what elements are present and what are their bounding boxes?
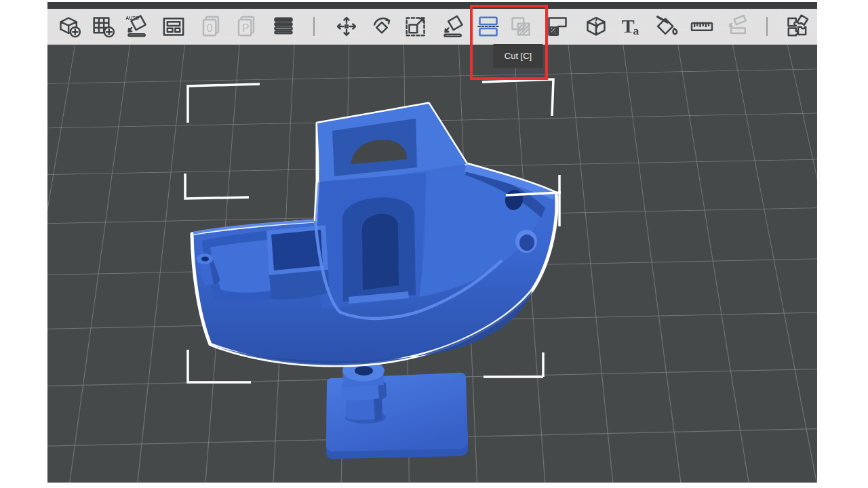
- selected-model-benchy[interactable]: [192, 104, 557, 365]
- seam-painting-button[interactable]: [580, 11, 612, 42]
- cut-piece-object[interactable]: [326, 361, 468, 460]
- seam-painting-icon: [583, 13, 610, 40]
- color-painting-icon: [653, 13, 680, 40]
- support-painting-icon: [544, 13, 571, 40]
- text-tool-icon: T a: [618, 13, 645, 40]
- rotate-icon: [368, 13, 395, 40]
- puzzle-split-button[interactable]: [781, 11, 812, 42]
- variable-layer-height-button[interactable]: [268, 11, 299, 42]
- cut-icon: [475, 13, 502, 40]
- assembly-button[interactable]: [722, 11, 753, 42]
- document-p-icon: P: [233, 13, 260, 40]
- window-top-strip: [47, 2, 817, 9]
- rotate-button[interactable]: [366, 11, 397, 42]
- move-icon: [333, 13, 360, 40]
- toolbar-separator-1: [313, 17, 315, 36]
- scale-icon: [402, 13, 429, 40]
- document-p-button[interactable]: P: [231, 11, 262, 42]
- cut-tooltip: Cut [C]: [493, 44, 543, 68]
- add-object-icon: [56, 13, 83, 40]
- toolbar-separator-2: [766, 17, 768, 36]
- svg-text:P: P: [242, 22, 250, 34]
- move-button[interactable]: [331, 11, 362, 42]
- main-toolbar: AUTO 0 P: [47, 9, 817, 45]
- cut-tooltip-text: Cut [C]: [505, 51, 532, 61]
- measure-icon: [688, 13, 715, 40]
- slicer-app-window: AUTO 0 P: [47, 2, 817, 483]
- document-0-icon: 0: [198, 13, 225, 40]
- scale-button[interactable]: [400, 11, 431, 42]
- mesh-boolean-icon: [507, 13, 534, 40]
- variable-layer-height-icon: [270, 13, 297, 40]
- viewport-scene: [47, 9, 817, 483]
- color-painting-button[interactable]: [651, 11, 682, 42]
- arrange-button[interactable]: [158, 11, 189, 42]
- arrange-icon: [160, 13, 187, 40]
- lay-on-face-icon: [439, 13, 467, 40]
- lay-on-face-button[interactable]: [437, 11, 469, 42]
- svg-text:a: a: [633, 24, 639, 37]
- puzzle-split-icon: [783, 13, 810, 40]
- text-tool-button[interactable]: T a: [616, 11, 647, 42]
- auto-orient-button[interactable]: AUTO: [121, 11, 153, 42]
- mesh-boolean-button[interactable]: [505, 11, 536, 42]
- cut-piece-chimney: [341, 361, 387, 422]
- 3d-viewport[interactable]: [47, 9, 817, 483]
- add-object-button[interactable]: [54, 11, 85, 42]
- svg-text:0: 0: [207, 22, 213, 34]
- auto-orient-icon: AUTO: [123, 13, 151, 40]
- add-plate-button[interactable]: [87, 11, 119, 42]
- support-painting-button[interactable]: [542, 11, 573, 42]
- cut-button[interactable]: [473, 11, 504, 42]
- document-0-button[interactable]: 0: [196, 11, 227, 42]
- add-plate-icon: [90, 13, 117, 40]
- assembly-icon: [724, 13, 751, 40]
- measure-button[interactable]: [686, 11, 717, 42]
